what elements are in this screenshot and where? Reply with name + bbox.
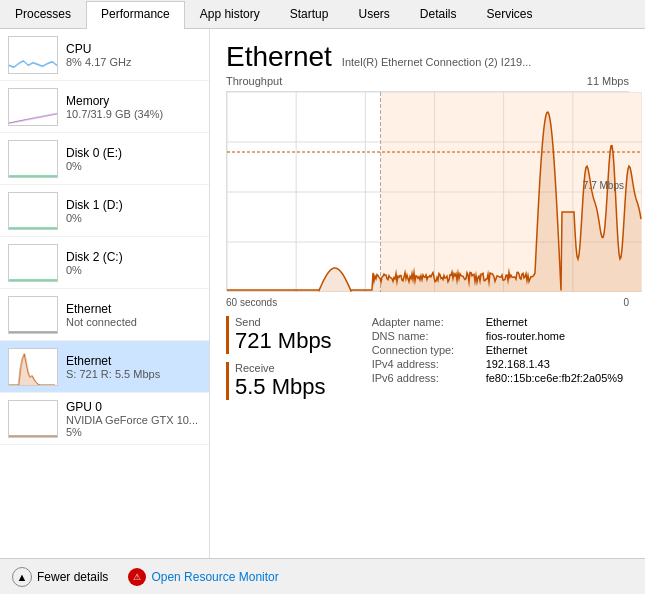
- info-grid: Adapter name: Ethernet DNS name: fios-ro…: [372, 316, 624, 386]
- throughput-label: Throughput: [226, 75, 282, 87]
- sidebar-thumb-ethernet-active: [8, 348, 58, 386]
- sidebar-item-ethernet-nc[interactable]: EthernetNot connected: [0, 289, 209, 341]
- monitor-icon: ⚠: [128, 568, 146, 586]
- sidebar-thumb-disk0: [8, 140, 58, 178]
- tab-bar: ProcessesPerformanceApp historyStartupUs…: [0, 0, 645, 29]
- chart-xlabel: 60 seconds 0: [226, 297, 629, 308]
- sidebar-item-cpu[interactable]: CPU8% 4.17 GHz: [0, 29, 209, 81]
- sidebar-item-disk1[interactable]: Disk 1 (D:)0%: [0, 185, 209, 237]
- dns-val: fios-router.home: [486, 330, 565, 342]
- sidebar-thumb-gpu0: [8, 400, 58, 438]
- conn-type-val: Ethernet: [486, 344, 528, 356]
- chevron-up-icon: ▲: [12, 567, 32, 587]
- ipv6-key: IPv6 address:: [372, 372, 482, 384]
- sidebar-title-disk0: Disk 0 (E:): [66, 146, 201, 160]
- sidebar-item-memory[interactable]: Memory10.7/31.9 GB (34%): [0, 81, 209, 133]
- sidebar-sub-ethernet-nc: Not connected: [66, 316, 201, 328]
- sidebar-sub-ethernet-active: S: 721 R: 5.5 Mbps: [66, 368, 201, 380]
- sidebar-item-gpu0[interactable]: GPU 0NVIDIA GeForce GTX 10... 5%: [0, 393, 209, 445]
- tab-services[interactable]: Services: [472, 1, 548, 29]
- sidebar-title-memory: Memory: [66, 94, 201, 108]
- fewer-details-button[interactable]: ▲ Fewer details: [12, 567, 108, 587]
- sidebar-sub-disk1: 0%: [66, 212, 201, 224]
- sidebar-item-ethernet-active[interactable]: EthernetS: 721 R: 5.5 Mbps: [0, 341, 209, 393]
- tab-processes[interactable]: Processes: [0, 1, 86, 29]
- sidebar-thumb-disk1: [8, 192, 58, 230]
- sidebar-title-ethernet-active: Ethernet: [66, 354, 201, 368]
- panel-title: Ethernet: [226, 41, 332, 73]
- sidebar-title-gpu0: GPU 0: [66, 400, 201, 414]
- panel-subtitle: Intel(R) Ethernet Connection (2) I219...: [342, 56, 532, 68]
- adapter-name-val: Ethernet: [486, 316, 528, 328]
- sidebar-item-disk0[interactable]: Disk 0 (E:)0%: [0, 133, 209, 185]
- sidebar-title-cpu: CPU: [66, 42, 201, 56]
- tab-apphistory[interactable]: App history: [185, 1, 275, 29]
- ipv6-val: fe80::15b:ce6e:fb2f:2a05%9: [486, 372, 624, 384]
- right-panel: Ethernet Intel(R) Ethernet Connection (2…: [210, 29, 645, 558]
- ethernet-chart: 7.7 Mbps: [226, 91, 629, 291]
- fewer-details-label: Fewer details: [37, 570, 108, 584]
- adapter-name-key: Adapter name:: [372, 316, 482, 328]
- open-resource-monitor-button[interactable]: ⚠ Open Resource Monitor: [128, 568, 278, 586]
- open-monitor-label: Open Resource Monitor: [151, 570, 278, 584]
- ipv4-key: IPv4 address:: [372, 358, 482, 370]
- sidebar-sub-cpu: 8% 4.17 GHz: [66, 56, 201, 68]
- tab-startup[interactable]: Startup: [275, 1, 344, 29]
- sidebar-thumb-cpu: [8, 36, 58, 74]
- dns-key: DNS name:: [372, 330, 482, 342]
- ymax-label: 11 Mbps: [587, 75, 629, 87]
- sidebar-sub-gpu0: NVIDIA GeForce GTX 10... 5%: [66, 414, 201, 438]
- sidebar-title-disk1: Disk 1 (D:): [66, 198, 201, 212]
- sidebar-sub-memory: 10.7/31.9 GB (34%): [66, 108, 201, 120]
- sidebar: CPU8% 4.17 GHzMemory10.7/31.9 GB (34%)Di…: [0, 29, 210, 558]
- ipv4-val: 192.168.1.43: [486, 358, 550, 370]
- send-label: Send: [235, 316, 332, 328]
- sidebar-thumb-memory: [8, 88, 58, 126]
- conn-type-key: Connection type:: [372, 344, 482, 356]
- sidebar-thumb-disk2: [8, 244, 58, 282]
- sidebar-sub-disk0: 0%: [66, 160, 201, 172]
- sidebar-thumb-ethernet-nc: [8, 296, 58, 334]
- tab-users[interactable]: Users: [343, 1, 404, 29]
- recv-value: 5.5 Mbps: [235, 374, 332, 400]
- chart-ylabel: 7.7 Mbps: [583, 180, 624, 191]
- recv-label: Receive: [235, 362, 332, 374]
- sidebar-item-disk2[interactable]: Disk 2 (C:)0%: [0, 237, 209, 289]
- sidebar-sub-disk2: 0%: [66, 264, 201, 276]
- sidebar-title-ethernet-nc: Ethernet: [66, 302, 201, 316]
- tab-performance[interactable]: Performance: [86, 1, 185, 29]
- tab-details[interactable]: Details: [405, 1, 472, 29]
- send-value: 721 Mbps: [235, 328, 332, 354]
- sidebar-title-disk2: Disk 2 (C:): [66, 250, 201, 264]
- footer: ▲ Fewer details ⚠ Open Resource Monitor: [0, 558, 645, 594]
